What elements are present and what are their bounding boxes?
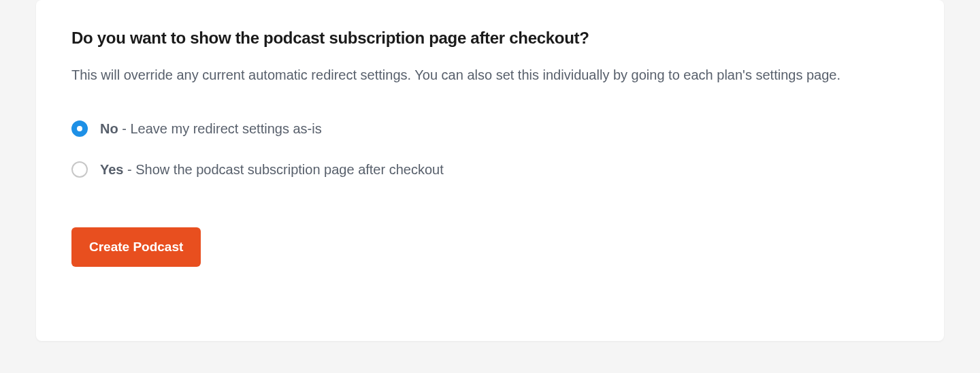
radio-label-no-bold: No [100, 121, 118, 136]
radio-label-yes: Yes - Show the podcast subscription page… [100, 161, 444, 178]
radio-input-yes[interactable] [71, 161, 88, 178]
radio-label-yes-rest: - Show the podcast subscription page aft… [123, 162, 443, 177]
radio-label-no-rest: - Leave my redirect settings as-is [118, 121, 322, 136]
radio-input-no[interactable] [71, 120, 88, 137]
create-podcast-button[interactable]: Create Podcast [71, 227, 201, 267]
section-description: This will override any current automatic… [71, 63, 909, 87]
radio-label-no: No - Leave my redirect settings as-is [100, 120, 322, 137]
radio-option-yes[interactable]: Yes - Show the podcast subscription page… [71, 161, 909, 178]
radio-group-subscription-redirect: No - Leave my redirect settings as-is Ye… [71, 120, 909, 178]
radio-label-yes-bold: Yes [100, 162, 123, 177]
section-heading: Do you want to show the podcast subscrip… [71, 27, 909, 48]
settings-card: Do you want to show the podcast subscrip… [36, 0, 944, 341]
radio-option-no[interactable]: No - Leave my redirect settings as-is [71, 120, 909, 137]
